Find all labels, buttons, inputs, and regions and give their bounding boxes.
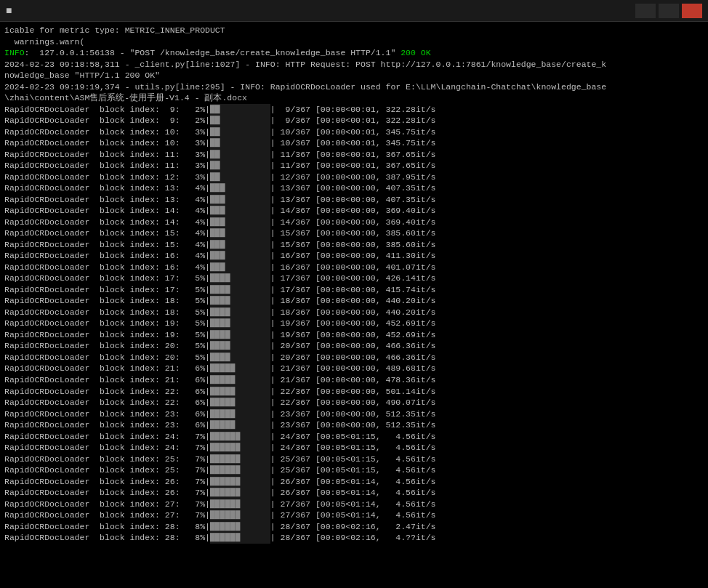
progress-line: RapidOCRDocLoader block index: 14: 4%|██… <box>4 205 704 217</box>
cmd-icon: ■ <box>6 5 12 17</box>
terminal-line: INFO: 127.0.0.1:56138 - "POST /knowledge… <box>4 47 704 59</box>
progress-line: RapidOCRDocLoader block index: 25: 7%|██… <box>4 464 704 476</box>
progress-line: RapidOCRDocLoader block index: 17: 5%|██… <box>4 284 704 296</box>
terminal-line: \zhai\content\ASM售后系统-使用手册-V1.4 - 副本.doc… <box>4 92 704 104</box>
progress-line: RapidOCRDocLoader block index: 22: 6%|██… <box>4 397 704 408</box>
progress-line: RapidOCRDocLoader block index: 16: 4%|██… <box>4 262 704 273</box>
progress-line: RapidOCRDocLoader block index: 10: 3%|██… <box>4 137 704 149</box>
progress-line: RapidOCRDocLoader block index: 25: 7%|██… <box>4 454 704 465</box>
progress-line: RapidOCRDocLoader block index: 26: 7%|██… <box>4 476 704 488</box>
terminal-line: nowledge_base "HTTP/1.1 200 OK" <box>4 70 704 81</box>
progress-line: RapidOCRDocLoader block index: 26: 7%|██… <box>4 487 704 499</box>
progress-line: RapidOCRDocLoader block index: 15: 4%|██… <box>4 239 704 251</box>
progress-line: RapidOCRDocLoader block index: 11: 3%|██… <box>4 160 704 172</box>
progress-line: RapidOCRDocLoader block index: 17: 5%|██… <box>4 273 704 284</box>
progress-line: RapidOCRDocLoader block index: 14: 4%|██… <box>4 217 704 228</box>
terminal-output[interactable]: icable for metric type: METRIC_INNER_PRO… <box>0 22 708 588</box>
progress-line: RapidOCRDocLoader block index: 21: 6%|██… <box>4 363 704 374</box>
progress-line: RapidOCRDocLoader block index: 13: 4%|██… <box>4 194 704 206</box>
cmd-window: ■ icable for metric type: METRIC_INNER_P… <box>0 0 708 588</box>
progress-line: RapidOCRDocLoader block index: 12: 3%|██… <box>4 172 704 183</box>
progress-line: RapidOCRDocLoader block index: 9: 2%|██ … <box>4 104 704 116</box>
progress-line: RapidOCRDocLoader block index: 27: 7%|██… <box>4 510 704 521</box>
progress-line: RapidOCRDocLoader block index: 13: 4%|██… <box>4 182 704 194</box>
progress-line: RapidOCRDocLoader block index: 20: 5%|██… <box>4 352 704 363</box>
close-button[interactable] <box>682 4 702 18</box>
progress-line: RapidOCRDocLoader block index: 18: 5%|██… <box>4 295 704 307</box>
progress-line: RapidOCRDocLoader block index: 15: 4%|██… <box>4 227 704 239</box>
progress-line: RapidOCRDocLoader block index: 23: 6%|██… <box>4 408 704 420</box>
progress-line: RapidOCRDocLoader block index: 9: 2%|██ … <box>4 115 704 126</box>
terminal-line: 2024-02-23 09:18:58,311 - _client.py[lin… <box>4 59 704 71</box>
window-controls <box>635 4 702 18</box>
terminal-line: warnings.warn( <box>4 36 704 48</box>
progress-line: RapidOCRDocLoader block index: 23: 6%|██… <box>4 419 704 431</box>
progress-line: RapidOCRDocLoader block index: 28: 8%|██… <box>4 521 704 533</box>
progress-line: RapidOCRDocLoader block index: 10: 3%|██… <box>4 126 704 138</box>
progress-line: RapidOCRDocLoader block index: 11: 3%|██… <box>4 149 704 161</box>
progress-line: RapidOCRDocLoader block index: 16: 4%|██… <box>4 250 704 262</box>
progress-line: RapidOCRDocLoader block index: 28: 8%|██… <box>4 532 704 544</box>
progress-line: RapidOCRDocLoader block index: 19: 5%|██… <box>4 329 704 341</box>
progress-line: RapidOCRDocLoader block index: 18: 5%|██… <box>4 307 704 318</box>
title-bar: ■ <box>0 0 708 22</box>
progress-line: RapidOCRDocLoader block index: 21: 6%|██… <box>4 374 704 386</box>
progress-line: RapidOCRDocLoader block index: 24: 7%|██… <box>4 442 704 454</box>
maximize-button[interactable] <box>659 4 679 18</box>
terminal-line: icable for metric type: METRIC_INNER_PRO… <box>4 25 704 36</box>
progress-line: RapidOCRDocLoader block index: 19: 5%|██… <box>4 318 704 329</box>
minimize-button[interactable] <box>635 4 656 18</box>
progress-line: RapidOCRDocLoader block index: 20: 5%|██… <box>4 340 704 352</box>
progress-line: RapidOCRDocLoader block index: 27: 7%|██… <box>4 499 704 510</box>
terminal-line: 2024-02-23 09:19:19,374 - utils.py[line:… <box>4 81 704 93</box>
progress-line: RapidOCRDocLoader block index: 22: 6%|██… <box>4 386 704 398</box>
progress-line: RapidOCRDocLoader block index: 24: 7%|██… <box>4 431 704 443</box>
